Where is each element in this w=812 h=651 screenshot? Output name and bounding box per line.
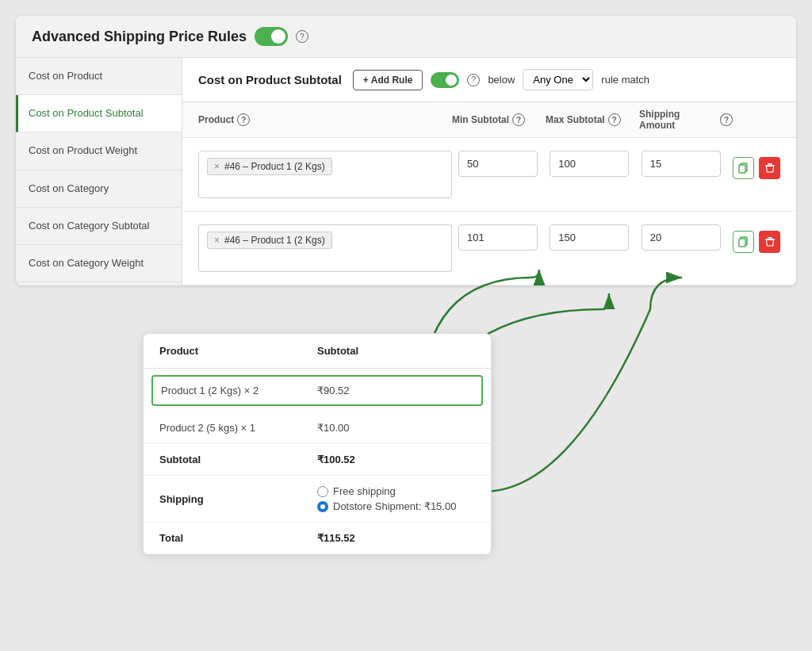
rule-toggle-knob — [446, 75, 457, 86]
main-toggle[interactable] — [255, 27, 288, 46]
product-tag-label-2: #46 – Product 1 (2 Kgs) — [224, 235, 325, 246]
product-tag-1: × #46 – Product 1 (2 Kgs) — [207, 158, 332, 175]
shipping-option-dotstore-label: Dotstore Shipment: ₹15.00 — [333, 500, 456, 512]
any-one-dropdown[interactable]: Any One — [523, 69, 593, 90]
col-min-label: Min Subtotal — [452, 114, 509, 125]
popup-row-1-label: Product 1 (2 Kgs) × 2 — [161, 385, 317, 396]
sidebar-item-cost-on-category[interactable]: Cost on Category — [16, 170, 182, 208]
popup-shipping-label: Shipping — [159, 493, 317, 505]
arrow-popup-area: Product Subtotal Product 1 (2 Kgs) × 2 ₹… — [16, 333, 796, 555]
popup-row-1-value: ₹90.52 — [317, 385, 473, 396]
shipping-amount-cell-2 — [642, 224, 726, 251]
popup-col-product-title: Product — [159, 345, 317, 357]
col-shipping-header: Shipping Amount ? — [639, 109, 733, 131]
popup-total-row: Total ₹115.52 — [144, 523, 491, 554]
min-subtotal-input-1[interactable] — [458, 151, 538, 177]
popup-subtotal-value: ₹100.52 — [317, 454, 475, 465]
svg-rect-1 — [739, 165, 745, 173]
add-rule-button[interactable]: + Add Rule — [353, 70, 423, 90]
col-product-label: Product — [198, 114, 234, 125]
sidebar: Cost on Product Cost on Product Subtotal… — [16, 58, 182, 285]
max-subtotal-input-1[interactable] — [550, 151, 629, 177]
rule-row-1: × #46 – Product 1 (2 Kgs) — [182, 138, 796, 212]
sidebar-item-cost-on-product-subtotal[interactable]: Cost on Product Subtotal — [16, 95, 182, 132]
min-subtotal-cell-1 — [458, 151, 543, 177]
popup-shipping-options: Free shipping Dotstore Shipment: ₹15.00 — [317, 485, 475, 512]
popup-subtotal-label: Subtotal — [159, 454, 317, 465]
popup-row-2-label: Product 2 (5 kgs) × 1 — [159, 422, 317, 434]
copy-rule-1-button[interactable] — [733, 157, 754, 179]
layout: Cost on Product Cost on Product Subtotal… — [16, 58, 796, 285]
col-max-subtotal-header: Max Subtotal ? — [546, 109, 639, 131]
min-col-help[interactable]: ? — [512, 113, 525, 126]
popup-subtotal-row: Subtotal ₹100.52 — [144, 444, 491, 476]
copy-icon — [738, 163, 749, 174]
rule-match-text: rule match — [601, 74, 649, 86]
popup-total-value: ₹115.52 — [317, 532, 475, 544]
popup-highlighted-wrapper: Product 1 (2 Kgs) × 2 ₹90.52 — [144, 369, 491, 412]
shipping-amount-input-2[interactable] — [642, 224, 721, 251]
sidebar-item-cost-on-category-weight[interactable]: Cost on Category Weight — [16, 245, 182, 282]
shipping-option-dotstore[interactable]: Dotstore Shipment: ₹15.00 — [317, 500, 475, 512]
rule-row-2: × #46 – Product 1 (2 Kgs) — [182, 212, 796, 285]
row-actions-1 — [733, 151, 780, 179]
product-tag-label-1: #46 – Product 1 (2 Kgs) — [224, 161, 325, 172]
popup-col-subtotal-title: Subtotal — [317, 345, 475, 357]
popup-card: Product Subtotal Product 1 (2 Kgs) × 2 ₹… — [143, 333, 492, 555]
trash-icon-2 — [764, 236, 776, 247]
content-area: Cost on Product Subtotal + Add Rule ? be… — [182, 58, 796, 285]
product-tag-box-2[interactable]: × #46 – Product 1 (2 Kgs) — [198, 224, 452, 272]
tag-remove-1[interactable]: × — [214, 161, 220, 172]
max-subtotal-cell-2 — [550, 224, 634, 251]
shipping-col-help[interactable]: ? — [720, 113, 733, 126]
col-product-header: Product ? — [198, 109, 452, 131]
popup-row-highlighted: Product 1 (2 Kgs) × 2 ₹90.52 — [151, 375, 483, 406]
popup-table-header: Product Subtotal — [144, 334, 491, 369]
col-actions-header — [733, 109, 780, 131]
col-max-label: Max Subtotal — [546, 114, 605, 125]
page-header: Advanced Shipping Price Rules ? — [16, 16, 796, 58]
col-min-subtotal-header: Min Subtotal ? — [452, 109, 546, 131]
min-subtotal-input-2[interactable] — [458, 224, 538, 251]
delete-rule-2-button[interactable] — [759, 231, 780, 253]
page-title: Advanced Shipping Price Rules — [32, 29, 247, 45]
shipping-option-free[interactable]: Free shipping — [317, 485, 475, 497]
max-col-help[interactable]: ? — [608, 113, 621, 126]
radio-dotstore-icon — [317, 501, 328, 512]
row-actions-2 — [733, 224, 780, 253]
content-header: Cost on Product Subtotal + Add Rule ? be… — [182, 58, 796, 102]
table-header: Product ? Min Subtotal ? Max Subtotal ? … — [182, 102, 796, 138]
radio-free-icon — [317, 486, 328, 497]
rule-help-icon[interactable]: ? — [467, 74, 480, 86]
sidebar-item-cost-on-product-weight[interactable]: Cost on Product Weight — [16, 132, 182, 170]
content-title: Cost on Product Subtotal — [198, 73, 342, 86]
popup-shipping-row: Shipping Free shipping Dotstore Shipment… — [144, 476, 491, 523]
svg-rect-7 — [768, 237, 772, 239]
product-tag-box-1[interactable]: × #46 – Product 1 (2 Kgs) — [198, 151, 452, 198]
rule-toggle[interactable] — [431, 72, 459, 88]
toggle-knob — [271, 29, 285, 44]
popup-row-2: Product 2 (5 kgs) × 1 ₹10.00 — [144, 412, 491, 444]
copy-icon-2 — [738, 236, 749, 247]
shipping-option-free-label: Free shipping — [333, 485, 396, 497]
product-col-help[interactable]: ? — [237, 113, 250, 126]
tag-remove-2[interactable]: × — [214, 235, 220, 246]
shipping-amount-input-1[interactable] — [642, 151, 721, 177]
main-container: Advanced Shipping Price Rules ? Cost on … — [16, 16, 796, 285]
max-subtotal-cell-1 — [550, 151, 634, 177]
delete-rule-1-button[interactable] — [759, 157, 780, 179]
max-subtotal-input-2[interactable] — [550, 224, 629, 251]
svg-rect-5 — [739, 239, 745, 247]
col-shipping-label: Shipping Amount — [639, 109, 717, 131]
svg-rect-3 — [768, 163, 772, 165]
sidebar-item-cost-on-product[interactable]: Cost on Product — [16, 58, 182, 95]
popup-total-label: Total — [159, 532, 317, 544]
sidebar-item-cost-on-category-subtotal[interactable]: Cost on Category Subtotal — [16, 208, 182, 245]
min-subtotal-cell-2 — [458, 224, 543, 251]
popup-row-2-value: ₹10.00 — [317, 422, 475, 434]
below-text: below — [488, 74, 515, 86]
shipping-amount-cell-1 — [642, 151, 726, 177]
header-help-icon[interactable]: ? — [296, 30, 308, 43]
product-tag-2: × #46 – Product 1 (2 Kgs) — [207, 232, 332, 249]
copy-rule-2-button[interactable] — [733, 231, 754, 253]
